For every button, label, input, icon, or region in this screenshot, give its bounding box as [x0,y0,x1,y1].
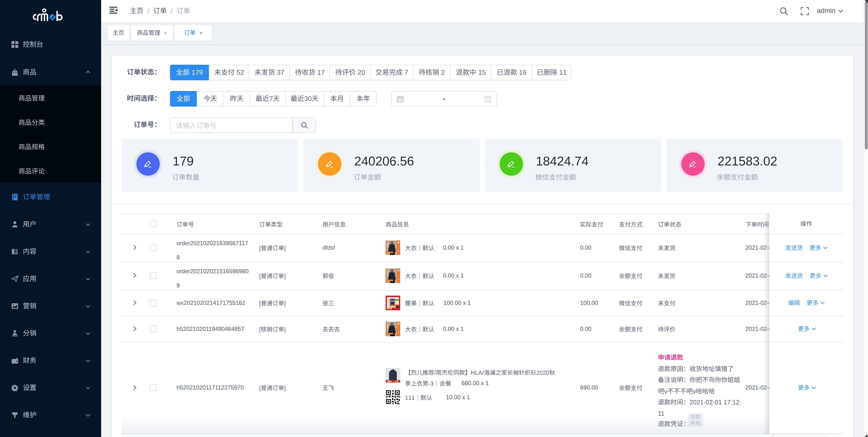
svg-text:159: 159 [388,307,391,310]
